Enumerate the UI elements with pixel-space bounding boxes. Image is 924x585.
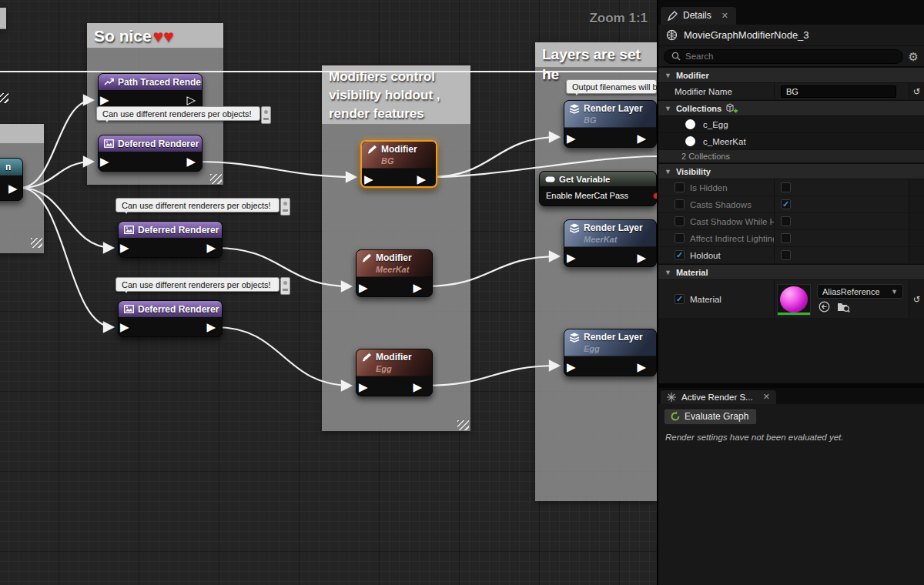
node-modifier-meerkat[interactable]: ModifierMeerKat▶▶ bbox=[356, 249, 433, 297]
use-selected-asset-icon[interactable] bbox=[819, 301, 830, 313]
search-input[interactable]: Search bbox=[664, 49, 903, 64]
output-pin[interactable]: ▷ bbox=[186, 94, 196, 105]
node-branch-cutoff[interactable]: n▶ bbox=[0, 158, 23, 201]
override-checkbox[interactable] bbox=[675, 199, 685, 209]
comment-title[interactable]: Modifiers controlvisibility holdout ,ren… bbox=[322, 65, 470, 125]
input-pin[interactable]: ▶ bbox=[567, 132, 576, 144]
property-label: Casts Shadows bbox=[690, 200, 752, 209]
output-pin[interactable]: ▶ bbox=[186, 155, 196, 167]
value-checkbox[interactable] bbox=[781, 216, 791, 226]
node-graph-canvas[interactable]: Zoom 1:1 So nice♥♥Modifiers controlvisib… bbox=[0, 0, 657, 585]
section-material[interactable]: ▼ Material bbox=[658, 264, 924, 280]
section-modifier[interactable]: ▼ Modifier bbox=[658, 67, 924, 83]
reset-to-default-icon[interactable]: ↺ bbox=[913, 86, 921, 97]
comment-title[interactable] bbox=[0, 8, 6, 29]
value-checkbox[interactable] bbox=[781, 250, 791, 260]
input-pin[interactable]: ▶ bbox=[364, 173, 373, 185]
node-title: Render Layer bbox=[584, 222, 643, 233]
input-pin[interactable]: ▶ bbox=[359, 381, 368, 393]
node-get-variable[interactable]: Get VariableEnable MeerCat Pass bbox=[539, 171, 657, 206]
comment-top-left-sliver[interactable] bbox=[0, 8, 6, 29]
collection-item-c_meerkat[interactable]: c_MeerKat bbox=[658, 133, 924, 150]
tab-details[interactable]: Details ✕ bbox=[661, 7, 736, 25]
node-deferred-renderer-2[interactable]: Deferred Renderer▶▶ bbox=[118, 221, 223, 258]
node-path-traced-renderer[interactable]: Path Traced Renderer▶▷ bbox=[98, 73, 203, 110]
comment-resize-handle[interactable] bbox=[0, 93, 8, 103]
bubble-output-filenames[interactable]: Output filenames will b bbox=[566, 79, 657, 94]
bubble-pin-icon[interactable] bbox=[280, 198, 290, 216]
override-checkbox[interactable]: ✓ bbox=[675, 250, 685, 260]
comment-title[interactable]: So nice♥♥ bbox=[87, 23, 223, 48]
material-sphere-preview bbox=[780, 286, 808, 313]
browse-to-asset-icon[interactable] bbox=[837, 301, 850, 313]
node-deferred-renderer-1[interactable]: Deferred Renderer▶▶ bbox=[98, 135, 203, 172]
node-title: Deferred Renderer bbox=[138, 304, 219, 315]
comment-resize-handle[interactable] bbox=[31, 238, 42, 248]
output-pin[interactable]: ▶ bbox=[206, 242, 216, 253]
output-pin[interactable]: ▶ bbox=[8, 182, 18, 194]
value-checkbox[interactable] bbox=[781, 182, 791, 192]
bubble-renderers-3[interactable]: Can use different renderers per objects! bbox=[116, 277, 280, 292]
node-deferred-renderer-3[interactable]: Deferred Renderer▶▶ bbox=[118, 300, 223, 337]
bubble-pin-icon[interactable] bbox=[280, 277, 290, 295]
input-pin[interactable]: ▶ bbox=[120, 321, 129, 333]
node-render-layer-bg[interactable]: Render LayerBG▶▶ bbox=[564, 100, 657, 148]
input-pin[interactable]: ▶ bbox=[567, 361, 576, 373]
property-label: Affect Indirect Lighting W... bbox=[690, 234, 774, 243]
comment-resize-handle[interactable] bbox=[210, 174, 222, 184]
output-pin[interactable]: ▶ bbox=[413, 381, 422, 393]
output-pin[interactable]: ▶ bbox=[637, 361, 646, 373]
comment-resize-handle[interactable] bbox=[457, 420, 469, 430]
app-window: Zoom 1:1 So nice♥♥Modifiers controlvisib… bbox=[0, 0, 924, 585]
collection-icon bbox=[685, 119, 695, 129]
chevron-down-icon: ▼ bbox=[665, 105, 671, 112]
input-pin[interactable]: ▶ bbox=[100, 94, 109, 105]
override-checkbox[interactable] bbox=[675, 182, 685, 192]
input-pin[interactable]: ▶ bbox=[100, 155, 109, 167]
bubble-text: Can use different renderers per objects! bbox=[122, 201, 271, 210]
bubble-pin-icon[interactable] bbox=[261, 106, 271, 124]
comment-title-text: render features bbox=[329, 105, 464, 123]
node-title: Modifier bbox=[376, 352, 412, 363]
bubble-renderers-1[interactable]: Can use different renderers per objects! bbox=[96, 106, 260, 121]
modifier-name-input[interactable]: BG bbox=[781, 85, 896, 98]
value-checkbox[interactable]: ✓ bbox=[781, 199, 791, 209]
output-pin[interactable]: ▶ bbox=[413, 282, 422, 293]
override-checkbox[interactable] bbox=[675, 233, 685, 243]
output-pin[interactable]: ▶ bbox=[637, 132, 646, 144]
input-pin[interactable]: ▶ bbox=[567, 252, 576, 263]
collection-item-c_egg[interactable]: c_Egg bbox=[658, 116, 924, 133]
reset-to-default-icon[interactable]: ↺ bbox=[913, 294, 921, 305]
input-pin[interactable]: ▶ bbox=[359, 282, 368, 293]
override-checkbox[interactable] bbox=[675, 216, 685, 226]
input-pin[interactable]: ▶ bbox=[120, 242, 129, 253]
node-render-layer-egg[interactable]: Render LayerEgg▶▶ bbox=[564, 329, 657, 376]
material-thumbnail[interactable] bbox=[777, 284, 811, 316]
node-render-layer-meerkat[interactable]: Render LayerMeerKat▶▶ bbox=[564, 219, 657, 267]
comment-title[interactable] bbox=[0, 124, 44, 144]
bubble-text: Output filenames will b bbox=[572, 82, 657, 92]
bubble-renderers-2[interactable]: Can use different renderers per objects! bbox=[116, 198, 280, 212]
output-pin[interactable]: ▶ bbox=[206, 321, 216, 333]
material-dropdown[interactable]: AliasReference ▼ bbox=[817, 284, 903, 299]
node-modifier-bg[interactable]: ModifierBG▶▶ bbox=[360, 140, 437, 188]
section-collections[interactable]: ▼ Collections bbox=[658, 100, 924, 116]
evaluate-graph-button[interactable]: Evaluate Graph bbox=[664, 409, 757, 425]
section-visibility[interactable]: ▼ Visibility bbox=[658, 163, 924, 179]
close-icon[interactable]: ✕ bbox=[763, 392, 770, 402]
value-checkbox[interactable] bbox=[781, 233, 791, 243]
material-override-checkbox[interactable]: ✓ bbox=[675, 294, 685, 304]
collection-icon bbox=[685, 136, 695, 146]
settings-gear-icon[interactable]: ⚙ bbox=[909, 51, 919, 62]
close-icon[interactable]: ✕ bbox=[721, 11, 728, 21]
output-pin[interactable]: ▶ bbox=[637, 252, 646, 263]
material-row: ✓ Material AliasReference ▼ ↺ bbox=[658, 280, 924, 319]
refresh-icon bbox=[670, 411, 681, 422]
comment-title[interactable]: Layers are set he bbox=[535, 42, 657, 68]
chevron-down-icon: ▼ bbox=[665, 168, 671, 176]
add-collection-icon[interactable] bbox=[726, 103, 738, 114]
tab-active-render-settings[interactable]: Active Render S... ✕ bbox=[661, 390, 776, 404]
details-pencil-icon bbox=[668, 11, 678, 21]
node-modifier-egg[interactable]: ModifierEgg▶▶ bbox=[356, 349, 433, 396]
output-pin[interactable]: ▶ bbox=[417, 173, 426, 185]
